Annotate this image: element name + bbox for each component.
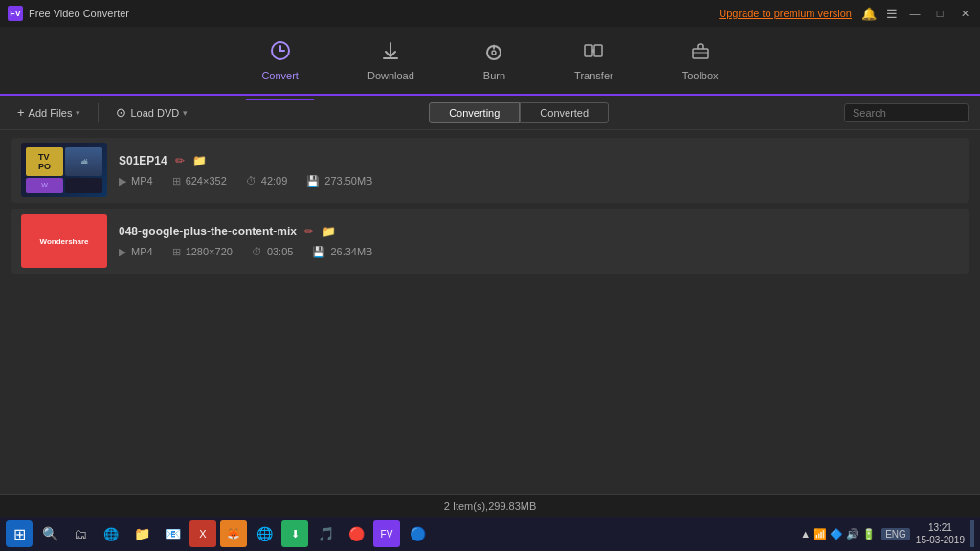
resolution-icon-1: ⊞ bbox=[172, 175, 181, 187]
app-icon-7[interactable]: FV bbox=[373, 520, 400, 547]
tray-icon-1[interactable]: ▲ bbox=[800, 528, 811, 540]
folder-icon-1[interactable]: 📁 bbox=[192, 154, 207, 167]
resolution-1: ⊞ 624×352 bbox=[172, 175, 227, 187]
start-button[interactable]: ⊞ bbox=[6, 520, 33, 547]
app-icon-1[interactable]: X bbox=[189, 520, 216, 547]
filesize-label-1: 273.50MB bbox=[324, 175, 372, 187]
tab-converting[interactable]: Converting bbox=[429, 102, 520, 123]
thumb-cell-tv: TVPO bbox=[26, 147, 63, 176]
mail-icon[interactable]: 📧 bbox=[159, 520, 186, 547]
tray-icon-sound[interactable]: 🔊 bbox=[846, 528, 859, 540]
file-thumbnail-1: TVPO 🏙 W bbox=[21, 143, 107, 197]
filesize-2: 💾 26.34MB bbox=[312, 246, 372, 258]
upgrade-link[interactable]: Upgrade to premium version bbox=[719, 8, 852, 19]
clock-icon-1: ⏱ bbox=[246, 175, 256, 187]
tray-icon-bt[interactable]: 🔷 bbox=[830, 528, 843, 540]
app-icon-3[interactable]: 🌐 bbox=[251, 520, 278, 547]
format-icon-2: ▶ bbox=[119, 246, 126, 258]
language-badge[interactable]: ENG bbox=[881, 528, 910, 540]
dvd-icon: ⊙ bbox=[116, 105, 126, 120]
tray-icon-battery[interactable]: 🔋 bbox=[862, 528, 876, 540]
filesize-1: 💾 273.50MB bbox=[306, 175, 372, 187]
explorer-icon[interactable]: 📁 bbox=[128, 520, 155, 547]
app-title: Free Video Converter bbox=[29, 8, 129, 19]
duration-1: ⏱ 42:09 bbox=[246, 175, 288, 187]
format-icon-1: ▶ bbox=[119, 175, 126, 187]
format-1: ▶ MP4 bbox=[119, 175, 153, 187]
title-bar-right: Upgrade to premium version 🔔 ☰ — □ ✕ bbox=[719, 6, 972, 21]
folder-icon-2[interactable]: 📁 bbox=[322, 225, 336, 238]
status-bar: 2 Item(s),299.83MB bbox=[0, 494, 980, 517]
close-button[interactable]: ✕ bbox=[957, 6, 972, 21]
title-bar-left: FV Free Video Converter bbox=[8, 6, 129, 21]
task-view-button[interactable]: 🗂 bbox=[67, 520, 94, 547]
svg-rect-5 bbox=[693, 49, 708, 58]
resolution-icon-2: ⊞ bbox=[172, 246, 181, 258]
taskbar: ⊞ 🔍 🗂 🌐 📁 📧 X 🦊 🌐 ⬇ 🎵 🔴 FV 🔵 ▲ 📶 🔷 🔊 🔋 E… bbox=[0, 517, 980, 551]
nav-transfer[interactable]: Transfer bbox=[559, 33, 629, 89]
add-files-label: Add Files bbox=[29, 107, 73, 119]
duration-2: ⏱ 03:05 bbox=[252, 246, 294, 257]
clock-date: 15-03-2019 bbox=[916, 534, 965, 546]
app-icon-2[interactable]: 🦊 bbox=[220, 520, 247, 547]
thumb-cell-city: 🏙 bbox=[65, 147, 102, 176]
app-logo: FV bbox=[8, 6, 23, 21]
app-icon-4[interactable]: ⬇ bbox=[281, 520, 308, 547]
search-input[interactable] bbox=[844, 103, 969, 122]
nav-burn[interactable]: Burn bbox=[468, 33, 521, 89]
app-icon-8[interactable]: 🔵 bbox=[404, 520, 431, 547]
nav-toolbox[interactable]: Toolbox bbox=[667, 33, 734, 89]
clock-time: 13:21 bbox=[928, 521, 952, 534]
minimize-button[interactable]: — bbox=[907, 6, 923, 21]
file-name-1: S01EP14 bbox=[119, 154, 167, 167]
maximize-button[interactable]: □ bbox=[932, 6, 947, 21]
edge-icon[interactable]: 🌐 bbox=[98, 520, 124, 547]
app-icon-5[interactable]: 🎵 bbox=[312, 520, 339, 547]
add-files-button[interactable]: + Add Files ▾ bbox=[11, 102, 86, 122]
tab-converted[interactable]: Converted bbox=[520, 102, 609, 123]
thumb-cell-ws: W bbox=[26, 178, 63, 194]
thumb-cell-dark bbox=[65, 178, 102, 194]
list-item: TVPO 🏙 W S01EP14 ✏ 📁 ▶ MP4 bbox=[11, 138, 969, 203]
nav-burn-label: Burn bbox=[483, 70, 505, 81]
file-list: TVPO 🏙 W S01EP14 ✏ 📁 ▶ MP4 bbox=[0, 130, 980, 281]
edit-icon-2[interactable]: ✏ bbox=[304, 225, 314, 238]
filesize-icon-2: 💾 bbox=[312, 246, 325, 258]
duration-label-2: 03:05 bbox=[267, 246, 294, 257]
plus-icon: + bbox=[17, 105, 25, 120]
main-content: TVPO 🏙 W S01EP14 ✏ 📁 ▶ MP4 bbox=[0, 130, 980, 494]
load-dvd-dropdown-icon[interactable]: ▾ bbox=[183, 108, 188, 118]
list-item: Wondershare 048-google-plus-the-content-… bbox=[11, 209, 969, 274]
format-label-2: MP4 bbox=[131, 246, 153, 257]
app-logo-text: FV bbox=[10, 9, 21, 18]
tab-area: Converting Converted bbox=[201, 102, 836, 123]
load-dvd-button[interactable]: ⊙ Load DVD ▾ bbox=[110, 102, 193, 122]
nav-bar: Convert Download Burn Tran bbox=[0, 27, 980, 96]
file-thumbnail-2: Wondershare bbox=[21, 214, 107, 268]
thumb-label-2: Wondershare bbox=[38, 235, 91, 248]
file-info-2: 048-google-plus-the-content-mix ✏ 📁 ▶ MP… bbox=[119, 225, 959, 258]
show-desktop-button[interactable] bbox=[970, 520, 974, 547]
file-name-row-2: 048-google-plus-the-content-mix ✏ 📁 bbox=[119, 225, 959, 238]
search-taskbar-button[interactable]: 🔍 bbox=[36, 520, 63, 547]
clock[interactable]: 13:21 15-03-2019 bbox=[916, 521, 965, 546]
resolution-label-1: 624×352 bbox=[186, 175, 227, 187]
nav-download[interactable]: Download bbox=[352, 33, 430, 89]
edit-icon-1[interactable]: ✏ bbox=[175, 154, 185, 167]
add-files-dropdown-icon[interactable]: ▾ bbox=[76, 108, 80, 118]
app-icon-6[interactable]: 🔴 bbox=[343, 520, 369, 547]
file-name-2: 048-google-plus-the-content-mix bbox=[119, 225, 297, 238]
nav-convert[interactable]: Convert bbox=[246, 33, 314, 89]
svg-rect-4 bbox=[594, 45, 602, 56]
notification-icon[interactable]: 🔔 bbox=[861, 7, 877, 21]
nav-toolbox-label: Toolbox bbox=[682, 70, 719, 81]
file-meta-1: ▶ MP4 ⊞ 624×352 ⏱ 42:09 💾 273.50MB bbox=[119, 175, 959, 187]
menu-icon[interactable]: ☰ bbox=[886, 7, 898, 21]
nav-transfer-label: Transfer bbox=[574, 70, 613, 81]
duration-label-1: 42:09 bbox=[261, 175, 288, 187]
tray-icon-wifi[interactable]: 📶 bbox=[813, 528, 827, 540]
file-info-1: S01EP14 ✏ 📁 ▶ MP4 ⊞ 624×352 ⏱ 42:0 bbox=[119, 154, 959, 187]
nav-download-label: Download bbox=[368, 70, 414, 81]
burn-icon bbox=[483, 40, 504, 66]
resolution-label-2: 1280×720 bbox=[186, 246, 233, 257]
